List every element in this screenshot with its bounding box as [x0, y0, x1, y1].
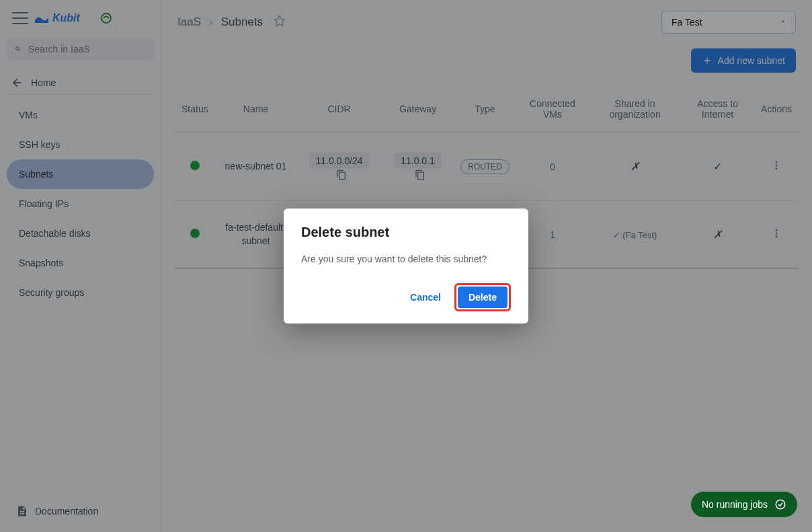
delete-button[interactable]: Delete	[458, 287, 508, 308]
jobs-status-label: No running jobs	[702, 499, 768, 510]
jobs-status-pill[interactable]: No running jobs	[691, 492, 797, 517]
dialog-title: Delete subnet	[301, 225, 511, 240]
dialog-message: Are you sure you want to delete this sub…	[301, 254, 511, 264]
svg-point-7	[776, 500, 785, 509]
delete-dialog: Delete subnet Are you sure you want to d…	[284, 208, 528, 324]
delete-button-highlight: Delete	[454, 283, 511, 311]
cancel-button[interactable]: Cancel	[403, 287, 448, 308]
modal-overlay[interactable]: Delete subnet Are you sure you want to d…	[0, 0, 812, 532]
check-circle-icon	[774, 498, 786, 510]
